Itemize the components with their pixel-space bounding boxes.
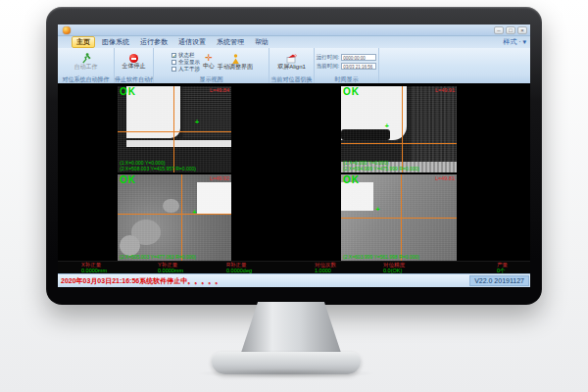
monitor-shadow <box>196 368 376 378</box>
auto-work-label: 自动工作 <box>74 64 98 71</box>
stop-all-button[interactable]: 全体停止 <box>122 54 146 70</box>
camera-view-1[interactable]: + OK L=49.84 (1:X=0.000 Y=0.000) (2:X=50… <box>118 86 231 172</box>
ribbon-group-time: 运行时间: 0000:00:00 当前时间: 03/03 21:16:56 时间… <box>315 48 379 83</box>
tab-help[interactable]: 帮助 <box>251 37 272 47</box>
crosshair-horizontal <box>341 143 457 144</box>
coordinate-readout: (1:X=0.000 Y=0.000) (2:X=594.999 Y=475.9… <box>343 160 419 172</box>
run-time-label: 运行时间: <box>317 54 340 61</box>
checkbox-panorama[interactable]: 全景显示 <box>172 59 200 65</box>
feature-marker: + <box>193 209 197 216</box>
desktop-background: – □ × 主页 图像系统 运行参数 通信设置 系统管理 帮助 样式 · ▾ <box>0 0 588 392</box>
result-ok-label: OK <box>343 86 360 97</box>
crosshair-horizontal <box>118 214 231 215</box>
crosshair-vertical <box>401 174 402 261</box>
group-label-stop: 停止软件自动作业 <box>115 75 153 83</box>
dual-screen-icon <box>286 54 297 64</box>
length-readout: L=49.91 <box>435 87 455 93</box>
dual-screen-align-label: 双屏Align1 <box>277 64 306 71</box>
feature-marker: + <box>375 206 379 213</box>
auto-work-button[interactable]: 自动工作 <box>74 53 98 71</box>
measure-align-count: 对位次数 1.0000 <box>315 262 336 273</box>
maximize-button[interactable]: □ <box>506 26 515 34</box>
camera-image-3 <box>118 174 231 261</box>
checkbox-icon <box>172 60 176 65</box>
run-time-field[interactable]: 0000:00:00 <box>341 54 376 61</box>
stop-icon <box>129 54 138 63</box>
time-display: 运行时间: 0000:00:00 当前时间: 03/03 21:16:56 <box>315 54 379 70</box>
dual-screen-align-button[interactable]: 双屏Align1 <box>277 54 306 71</box>
measure-r-offset: R补正量 0.0000deg <box>226 262 252 273</box>
coordinate-readout: (2:X=505.003 Y=477.063 R=0.000) <box>120 254 196 260</box>
measure-y-offset: Y补正量 0.0000mm <box>158 262 183 273</box>
minimize-button[interactable]: – <box>494 26 504 34</box>
ribbon-filler <box>379 48 530 83</box>
crosshair-horizontal <box>341 218 457 219</box>
ribbon-group-aligner: 双屏Align1 当前对位器切换 <box>270 48 315 83</box>
window-controls: – □ × <box>494 26 527 34</box>
camera-view-area: + OK L=49.84 (1:X=0.000 Y=0.000) (2:X=50… <box>58 83 530 261</box>
tab-home[interactable]: 主页 <box>72 36 95 48</box>
version-badge: V22.0 20191127 <box>469 275 529 286</box>
group-label-auto: 对位系统自动操作 <box>58 75 114 83</box>
manual-adjust-label: 手动调整界面 <box>218 64 253 71</box>
measurement-bar: X补正量 0.0000mm Y补正量 0.0000mm R补正量 0.0000d… <box>58 261 530 273</box>
measure-x-offset: X补正量 0.0000mm <box>81 262 107 273</box>
result-ok-label: OK <box>343 174 360 185</box>
view-options: ✓ 状态栏 全景显示 人工干涉 <box>170 52 200 72</box>
group-label-time: 时间显示 <box>315 75 378 83</box>
monitor-stand-neck <box>239 302 343 359</box>
length-readout: L=49.84 <box>210 87 229 93</box>
tab-system-manage[interactable]: 系统管理 <box>213 37 248 47</box>
crosshair-vertical <box>181 174 182 261</box>
ribbon-group-auto: 自动工作 对位系统自动操作 <box>58 48 115 83</box>
checkbox-manual-intervene[interactable]: 人工干涉 <box>172 66 200 72</box>
stop-all-label: 全体停止 <box>122 63 146 70</box>
result-ok-label: OK <box>120 86 136 97</box>
status-message: 2020年03月03日21:16:56系统软件停止中。。。。。 <box>61 276 221 286</box>
running-man-icon <box>81 53 91 64</box>
ribbon-group-view: ✓ 状态栏 全景显示 人工干涉 ✛ <box>154 48 270 83</box>
camera-view-2[interactable]: + OK L=49.91 (1:X=0.000 Y=0.000) (2:X=59… <box>341 86 457 172</box>
ribbon-group-stop: 全体停止 停止软件自动作业 <box>115 48 154 83</box>
ribbon-toolbar: 自动工作 对位系统自动操作 全体停止 停止软件自动作业 <box>58 48 530 83</box>
result-ok-label: OK <box>120 174 136 185</box>
checkbox-icon: ✓ <box>172 53 176 58</box>
length-readout: L=49.81 <box>435 175 455 181</box>
current-time-field[interactable]: 03/03 21:16:56 <box>341 63 376 70</box>
checkbox-statusbar-label: 状态栏 <box>178 52 195 58</box>
tab-run-params[interactable]: 运行参数 <box>136 37 172 47</box>
person-icon <box>231 54 240 64</box>
ribbon-tab-row: 主页 图像系统 运行参数 通信设置 系统管理 帮助 样式 · ▾ <box>58 36 530 48</box>
feature-marker: + <box>195 119 199 125</box>
group-label-aligner: 当前对位器切换 <box>270 75 314 83</box>
checkbox-manual-intervene-label: 人工干涉 <box>178 66 200 72</box>
current-time-label: 当前时间: <box>317 63 340 70</box>
camera-view-3[interactable]: + OK L=49.92 (2:X=505.003 Y=477.063 R=0.… <box>118 174 231 261</box>
center-label: 中心 <box>203 63 215 70</box>
crosshair-icon: ✛ <box>205 54 213 63</box>
manual-adjust-button[interactable]: 手动调整界面 <box>218 54 253 71</box>
measure-output-count: 产量 0个 <box>497 262 508 273</box>
app-logo-icon <box>63 26 71 34</box>
camera-view-4[interactable]: + OK L=49.81 (2:X=603.999 Y=561.998 R=0.… <box>341 174 457 261</box>
style-dropdown[interactable]: 样式 · ▾ <box>503 37 526 47</box>
tab-image-system[interactable]: 图像系统 <box>98 37 133 47</box>
feature-marker: + <box>385 122 389 129</box>
center-button[interactable]: ✛ 中心 <box>203 54 215 70</box>
checkbox-icon <box>172 67 176 72</box>
coordinate-readout: (1:X=0.000 Y=0.000) (2:X=508.003 Y=415.9… <box>120 160 196 172</box>
measure-align-accuracy: 对位精度 0.0(OK) <box>383 262 405 273</box>
coordinate-readout: (2:X=603.999 Y=561.998 R=0.000) <box>343 254 419 260</box>
group-label-view: 显示视图 <box>154 75 269 83</box>
status-bar: 2020年03月03日21:16:56系统软件停止中。。。。。 V22.0 20… <box>58 273 530 287</box>
tab-comm-settings[interactable]: 通信设置 <box>174 37 210 47</box>
application-window: – □ × 主页 图像系统 运行参数 通信设置 系统管理 帮助 样式 · ▾ <box>58 24 530 287</box>
crosshair-horizontal <box>118 131 231 132</box>
close-button[interactable]: × <box>517 26 527 34</box>
checkbox-panorama-label: 全景显示 <box>178 59 200 65</box>
length-readout: L=49.92 <box>210 175 229 181</box>
checkbox-statusbar[interactable]: ✓ 状态栏 <box>172 52 200 58</box>
title-bar: – □ × <box>58 24 530 36</box>
